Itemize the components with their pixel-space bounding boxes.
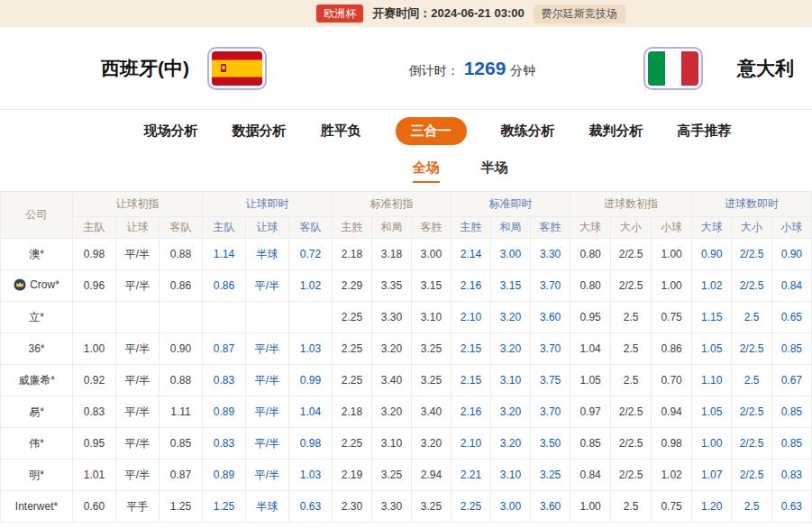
odds-row: Crow*0.96平/半0.860.86平/半1.022.293.353.152… [1,270,812,302]
countdown-unit: 分钟 [510,63,535,79]
nav-tab-referee-analysis[interactable]: 裁判分析 [589,123,643,140]
column-header: 客队 [160,217,203,239]
odds-cell: 2.21 [452,460,491,491]
main-nav: 现场分析数据分析胜平负三合一教练分析裁判分析高手推荐 [0,110,812,151]
company-name[interactable]: 伟* [1,428,73,460]
odds-cell: 0.86 [160,270,203,302]
odds-cell: 1.02 [289,270,333,302]
odds-cell: 3.25 [531,460,570,491]
odds-cell: 1.01 [73,460,116,491]
odds-cell: 1.14 [203,239,246,270]
odds-cell: 2/2.5 [732,239,771,270]
odds-cell: 0.95 [73,428,116,460]
odds-cell: 2.19 [333,460,372,491]
odds-cell: 3.60 [531,302,570,333]
company-name[interactable]: 威廉希* [1,365,73,396]
odds-cell: 0.63 [289,491,333,523]
odds-cell: 0.72 [289,239,333,270]
odds-cell: 0.80 [570,270,611,302]
odds-cell: 0.96 [73,270,116,302]
company-name[interactable]: 澳* [1,239,73,270]
odds-table-head: 公司 让球初指让球即时标准初指标准即时进球数初指进球数即时 主队让球客队主队让球… [1,192,812,239]
company-name[interactable]: Crow* [1,270,73,302]
match-header: 西班牙(中) 倒计时： 1269 分钟 意大利 [0,27,812,110]
company-name[interactable]: 易* [1,396,73,428]
odds-cell: 2/2.5 [732,428,771,460]
nav-tab-live-analysis[interactable]: 现场分析 [144,123,198,140]
odds-cell: 3.20 [491,333,531,365]
odds-cell: 1.05 [692,333,732,365]
company-name[interactable]: Interwet* [1,491,73,523]
odds-cell: 0.90 [692,239,732,270]
odds-cell: 0.95 [570,302,611,333]
odds-cell: 1.00 [692,428,732,460]
odds-cell: 平/半 [246,333,289,365]
odds-cell: 2.5 [732,302,771,333]
odds-cell: 1.25 [160,491,203,523]
scope-tab-full-match[interactable]: 全场 [413,159,440,183]
column-header: 主胜 [452,217,491,239]
odds-cell: 1.03 [289,333,333,365]
odds-table: 公司 让球初指让球即时标准初指标准即时进球数初指进球数即时 主队让球客队主队让球… [0,191,812,523]
odds-cell: 0.83 [771,460,811,491]
odds-cell: 3.10 [412,302,452,333]
odds-cell: 2.18 [333,396,372,428]
column-header: 客队 [289,217,333,239]
odds-cell: 3.50 [531,428,570,460]
odds-cell: 3.35 [372,270,412,302]
odds-cell: 3.15 [491,270,531,302]
odds-row: 伟*0.95平/半0.850.83平/半0.982.253.103.202.10… [1,428,812,460]
scope-tab-half-match[interactable]: 半场 [481,159,508,183]
odds-cell: 3.70 [531,333,570,365]
odds-cell: 1.11 [160,396,203,428]
odds-cell [203,302,246,333]
odds-cell: 0.88 [160,365,203,396]
odds-cell: 2/2.5 [611,396,652,428]
odds-cell: 2.14 [452,239,491,270]
odds-cell: 0.65 [771,302,811,333]
odds-cell: 平/半 [246,270,289,302]
company-name[interactable]: 立* [1,302,73,333]
column-group-header: 标准初指 [333,192,452,217]
odds-cell: 0.88 [160,239,203,270]
odds-cell: 2.18 [333,239,372,270]
odds-cell: 0.90 [160,333,203,365]
odds-cell: 2.10 [452,428,491,460]
home-team: 西班牙(中) [101,47,267,90]
odds-cell: 平/半 [116,428,160,460]
odds-cell: 3.10 [491,365,531,396]
odds-cell: 2/2.5 [611,428,652,460]
odds-cell: 3.00 [491,239,531,270]
odds-cell: 3.20 [491,302,531,333]
odds-cell: 3.30 [372,302,412,333]
odds-cell: 平/半 [246,428,289,460]
nav-tab-expert-picks[interactable]: 高手推荐 [678,123,732,140]
odds-row: Interwet*0.60平手1.251.25半球0.632.303.303.2… [1,491,812,523]
odds-cell [160,302,203,333]
odds-cell: 3.20 [372,396,412,428]
company-name[interactable]: 36* [1,333,73,365]
nav-tab-three-in-one[interactable]: 三合一 [396,117,467,145]
odds-cell: 半球 [246,239,289,270]
odds-cell: 半球 [246,491,289,523]
odds-cell: 2.5 [732,365,771,396]
odds-cell: 3.60 [531,491,570,523]
odds-cell: 1.00 [652,239,692,270]
odds-cell: 0.83 [73,396,116,428]
company-name[interactable]: 明* [1,460,73,491]
odds-cell: 2.16 [452,396,491,428]
column-group-header: 让球初指 [73,192,203,217]
odds-cell: 0.75 [652,491,692,523]
italy-flag-icon [643,47,703,90]
league-badge[interactable]: 欧洲杯 [316,5,363,23]
nav-tab-coach-analysis[interactable]: 教练分析 [501,123,555,140]
odds-cell: 3.00 [491,491,531,523]
odds-cell: 0.92 [73,365,116,396]
column-header: 大球 [692,217,732,239]
odds-cell: 2.5 [732,491,771,523]
odds-cell: 0.89 [203,460,246,491]
nav-tab-win-draw-loss[interactable]: 胜平负 [321,123,361,140]
nav-tab-data-analysis[interactable]: 数据分析 [233,123,287,140]
odds-cell: 0.98 [289,428,333,460]
odds-cell: 平/半 [116,460,160,491]
